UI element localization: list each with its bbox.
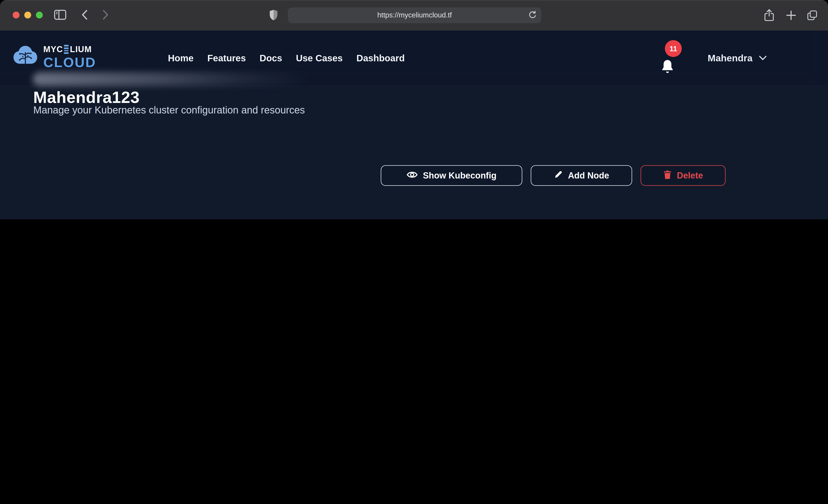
site-logo[interactable]: MYC LIUM CLOUD (13, 44, 96, 70)
tab-overview-icon[interactable] (806, 9, 818, 21)
sidebar-toggle-icon[interactable] (54, 9, 67, 20)
logo-e-glyph (64, 45, 69, 54)
page-subtitle: Manage your Kubernetes cluster configura… (33, 104, 305, 116)
screen: https://myceliumcloud.tf (0, 0, 828, 219)
page-viewport: Mahendra123 Manage your Kubernetes clust… (0, 31, 828, 219)
mycelium-cloud-logo-icon (13, 44, 38, 70)
page-title: Mahendra123 (33, 88, 140, 107)
eye-icon (407, 170, 418, 181)
bell-icon (660, 68, 675, 77)
url-text: https://myceliumcloud.tf (288, 7, 541, 23)
address-bar[interactable]: https://myceliumcloud.tf (288, 7, 541, 23)
add-node-button[interactable]: Add Node (531, 165, 632, 186)
notifications-button[interactable]: 11 (660, 59, 675, 77)
reload-icon[interactable] (528, 10, 537, 22)
nav-link-use-cases[interactable]: Use Cases (296, 53, 343, 64)
forward-icon[interactable] (102, 9, 109, 20)
logo-line1: MYC LIUM (43, 45, 96, 54)
nav-link-docs[interactable]: Docs (260, 53, 282, 64)
new-tab-icon[interactable] (786, 10, 796, 21)
browser-window: https://myceliumcloud.tf (0, 0, 828, 219)
trash-icon (663, 170, 672, 181)
notification-badge: 11 (665, 40, 682, 57)
delete-cluster-button[interactable]: Delete (640, 165, 726, 186)
cluster-actions: Show Kubeconfig Add Node (381, 165, 726, 186)
privacy-shield-icon[interactable] (269, 9, 278, 21)
zoom-window-button[interactable] (36, 12, 43, 18)
browser-toolbar: https://myceliumcloud.tf (0, 0, 828, 31)
nav-link-dashboard[interactable]: Dashboard (357, 53, 405, 64)
nav-link-home[interactable]: Home (168, 53, 194, 64)
share-icon[interactable] (764, 8, 775, 22)
close-window-button[interactable] (13, 12, 19, 18)
pencil-icon (553, 170, 563, 181)
chevron-down-icon (759, 53, 767, 63)
site-navbar: MYC LIUM CLOUD Home Features Docs Use Ca… (0, 31, 828, 86)
main-nav: Home Features Docs Use Cases Dashboard (168, 31, 405, 85)
logo-wordmark: MYC LIUM CLOUD (43, 45, 96, 69)
user-name: Mahendra (708, 53, 752, 64)
show-kubeconfig-button[interactable]: Show Kubeconfig (381, 165, 522, 186)
minimize-window-button[interactable] (24, 12, 31, 18)
nav-link-features[interactable]: Features (207, 53, 246, 64)
logo-line2: CLOUD (43, 55, 96, 69)
back-icon[interactable] (81, 9, 88, 20)
user-menu[interactable]: Mahendra (708, 31, 767, 85)
